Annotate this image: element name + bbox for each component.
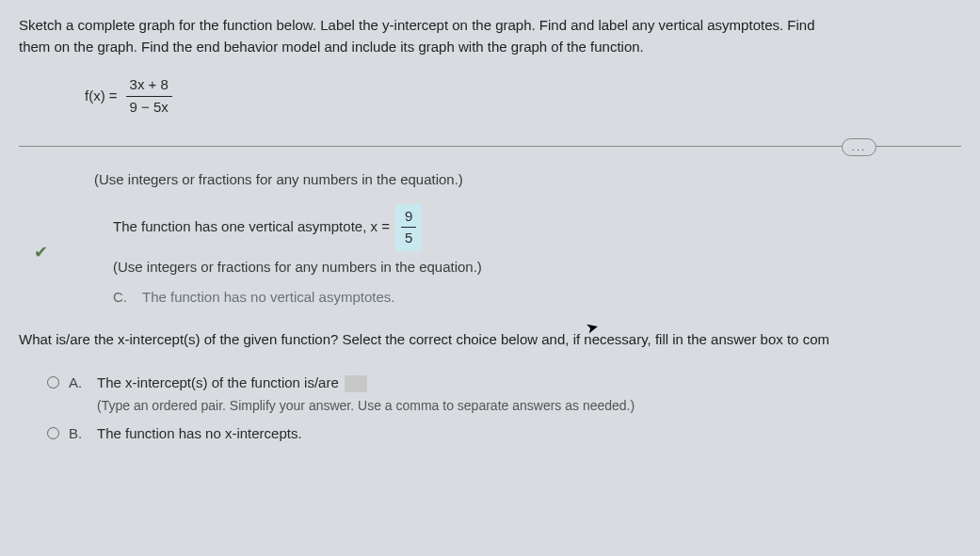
option-c-text: The function has no vertical asymptotes. <box>142 287 394 309</box>
equation-fraction: 3x + 8 9 − 5x <box>126 74 172 118</box>
mc-b-letter: B. <box>69 423 86 445</box>
answer-block: (Use integers or fractions for any numbe… <box>94 169 961 309</box>
mc-a-letter: A. <box>69 373 86 394</box>
equation-numerator: 3x + 8 <box>126 74 172 97</box>
radio-a[interactable] <box>47 376 59 389</box>
option-b-row: The function has one vertical asymptote,… <box>113 204 961 251</box>
answer-fraction: 9 5 <box>401 206 416 249</box>
prompt-line-1: Sketch a complete graph for the function… <box>19 17 815 33</box>
hint-text-2: (Use integers or fractions for any numbe… <box>113 257 961 278</box>
option-b-text: The function has one vertical asymptote,… <box>113 216 390 238</box>
mc-option-a[interactable]: A. The x-intercept(s) of the function is… <box>47 373 961 416</box>
mc-b-content: The function has no x-intercepts. <box>97 423 961 445</box>
hint-text-1: (Use integers or fractions for any numbe… <box>94 169 961 191</box>
answer-numerator: 9 <box>401 206 416 229</box>
question-prompt-main: Sketch a complete graph for the function… <box>19 15 961 57</box>
function-equation: f(x) = 3x + 8 9 − 5x <box>85 74 961 118</box>
radio-b[interactable] <box>47 427 59 439</box>
mc-a-hint: (Type an ordered pair. Simplify your ans… <box>97 396 961 416</box>
mc-a-content: The x-intercept(s) of the function is/ar… <box>97 373 961 416</box>
answer-denominator: 5 <box>401 228 416 249</box>
option-c-letter: C. <box>113 287 127 309</box>
mc-b-text: The function has no x-intercepts. <box>97 425 302 441</box>
equation-denominator: 9 − 5x <box>126 97 172 119</box>
prompt-line-2: them on the graph. Find the end behavior… <box>19 39 644 55</box>
question-2-prompt: What is/are the x-intercept(s) of the gi… <box>19 329 961 351</box>
mc-a-text: The x-intercept(s) of the function is/ar… <box>97 374 339 390</box>
x-intercept-input[interactable] <box>345 375 367 392</box>
answer-box-asymptote[interactable]: 9 5 <box>395 204 422 251</box>
equation-lhs: f(x) = <box>85 86 118 107</box>
option-c-row[interactable]: C. The function has no vertical asymptot… <box>113 287 961 309</box>
ellipsis-badge[interactable]: ... <box>842 138 876 156</box>
check-icon: ✔ <box>34 240 48 265</box>
separator-line: ... <box>19 146 961 147</box>
mc-option-b[interactable]: B. The function has no x-intercepts. <box>47 423 961 445</box>
